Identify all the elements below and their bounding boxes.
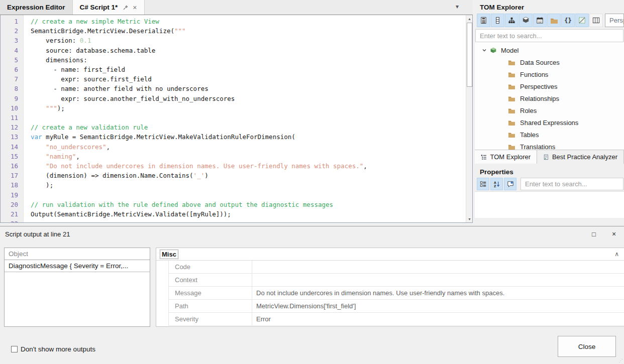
tree-item-relationships[interactable]: Relationships — [475, 92, 624, 104]
toggle-hidden-objects-button[interactable] — [575, 14, 589, 27]
toggle-column-view-button[interactable] — [589, 14, 603, 27]
line-number: 16 — [1, 161, 23, 171]
tree-item-functions[interactable]: Functions — [475, 68, 624, 80]
chevron-down-icon[interactable] — [480, 48, 489, 53]
resize-grip[interactable]: ⋰ — [618, 358, 622, 362]
line-number: 19 — [1, 190, 23, 200]
property-row-message[interactable]: MessageDo not include undercores in dime… — [169, 287, 624, 300]
code-line[interactable]: dimensions: — [31, 55, 466, 65]
tree-item-label: Shared Expressions — [520, 119, 578, 127]
checkbox[interactable] — [11, 346, 18, 352]
code-line[interactable]: expr: source.another_field_with_no_under… — [31, 94, 466, 103]
code-text[interactable]: // create a new simple Metric ViewSemant… — [24, 15, 466, 222]
tree-item-roles[interactable]: Roles — [475, 104, 624, 116]
code-line[interactable] — [31, 190, 466, 200]
property-row-severity[interactable]: SeverityError — [169, 313, 624, 326]
categorize-button[interactable] — [477, 178, 489, 190]
object-list[interactable]: Object DiagnosticMessage { Severity = Er… — [4, 248, 150, 327]
property-group-header[interactable]: Misc ∧ — [156, 248, 624, 261]
folder-icon — [507, 119, 516, 126]
property-value[interactable] — [252, 261, 624, 273]
tab-csharp-script[interactable]: C# Script 1* × — [73, 0, 145, 15]
line-number: 11 — [1, 113, 23, 123]
property-value[interactable] — [252, 274, 624, 286]
code-line[interactable]: "naming", — [31, 152, 466, 161]
collapse-icon[interactable]: ∧ — [614, 251, 619, 258]
close-tab-icon[interactable]: × — [133, 4, 137, 12]
scroll-down-icon[interactable]: ▼ — [466, 215, 473, 222]
code-line[interactable]: SemanticBridge.MetricView.Deserialize(""… — [31, 26, 466, 36]
tree-item-label: Tables — [520, 131, 539, 139]
tree-item-model[interactable]: Model — [475, 44, 624, 56]
close-button[interactable]: Close — [558, 336, 616, 357]
editor-vertical-scrollbar[interactable]: ▲ ▼ — [466, 15, 472, 222]
svg-text:i: i — [511, 181, 512, 184]
code-line[interactable]: - name: another field with no underscore… — [31, 84, 466, 93]
code-line[interactable]: source: database.schema.table — [31, 46, 466, 55]
property-value[interactable]: Error — [252, 313, 624, 325]
tree-item-data-sources[interactable]: Data Sources — [475, 56, 624, 68]
scroll-up-icon[interactable]: ▲ — [466, 15, 473, 22]
line-number: 6 — [1, 65, 23, 74]
properties-search-box — [521, 178, 623, 190]
code-line[interactable]: - name: first_field — [31, 65, 466, 74]
code-editor[interactable]: 12345678910111213141516171819202122 // c… — [0, 15, 473, 223]
scrollbar-thumb[interactable] — [467, 23, 472, 87]
property-row-path[interactable]: PathMetricView.Dimensions['first_field'] — [169, 300, 624, 313]
toggle-columns-button[interactable] — [491, 14, 504, 27]
code-line[interactable]: Output(SemanticBridge.MetricView.Validat… — [31, 209, 466, 219]
properties-content — [475, 191, 624, 218]
categorized-icon — [480, 181, 487, 188]
dialog-titlebar[interactable]: Script output at line 21 □ × — [0, 226, 624, 241]
toggle-calendars-button[interactable]: 12 — [533, 14, 547, 27]
close-window-icon[interactable]: × — [604, 227, 624, 241]
folder-icon — [507, 59, 516, 66]
code-line[interactable]: // run validation with the rule defined … — [31, 200, 466, 209]
code-line[interactable] — [31, 113, 466, 123]
code-line[interactable]: // create a new validation rule — [31, 123, 466, 132]
toggle-display-folders-button[interactable] — [547, 14, 561, 27]
tree-item-shared-expressions[interactable]: Shared Expressions — [475, 116, 624, 129]
code-line[interactable]: "no_underscores", — [31, 142, 466, 152]
code-line[interactable]: "Do not include undercores in dimension … — [31, 161, 466, 171]
dock-tab-tom-explorer[interactable]: TOM Explorer — [475, 150, 537, 164]
properties-search-input[interactable] — [521, 178, 623, 190]
property-value[interactable]: Do not include undercores in dimension n… — [252, 287, 624, 299]
tree-item-label: Functions — [520, 71, 548, 78]
code-line[interactable]: ); — [31, 180, 466, 190]
tom-explorer-title: TOM Explorer — [475, 0, 624, 14]
tab-list-dropdown-icon[interactable]: ▾ — [456, 3, 459, 10]
tree-item-translations[interactable]: Translations — [475, 141, 624, 150]
code-line[interactable] — [31, 219, 466, 222]
sort-alphabetical-button[interactable]: AZ — [490, 178, 503, 190]
line-number: 1 — [1, 17, 23, 26]
code-line[interactable]: version: 0.1 — [31, 36, 466, 45]
property-row-context[interactable]: Context — [169, 274, 624, 287]
diagnostic-property-grid: Misc ∧ CodeContextMessageDo not include … — [156, 248, 624, 327]
toggle-json-button[interactable]: {} — [561, 14, 575, 27]
code-line[interactable]: expr: source.first_field — [31, 74, 466, 84]
columns-icon — [592, 17, 600, 24]
toggle-kpis-button[interactable] — [519, 14, 533, 27]
tree-item-perspectives[interactable]: Perspectives — [475, 80, 624, 92]
property-info-button[interactable]: i — [504, 178, 516, 190]
tom-search-input[interactable] — [476, 30, 623, 42]
property-value[interactable]: MetricView.Dimensions['first_field'] — [252, 300, 624, 312]
perspective-select[interactable]: Perspe. — [605, 14, 624, 27]
property-row-code[interactable]: Code — [169, 261, 624, 274]
line-number: 20 — [1, 200, 23, 209]
tree-item-tables[interactable]: Tables — [475, 129, 624, 141]
code-line[interactable]: // create a new simple Metric View — [31, 17, 466, 26]
pin-icon[interactable] — [123, 5, 129, 11]
toggle-hierarchies-button[interactable] — [505, 14, 518, 27]
dont-show-checkbox-row[interactable]: Don't show more outputs — [11, 345, 95, 353]
toggle-measures-button[interactable] — [477, 14, 490, 27]
code-line[interactable]: var myRule = SemanticBridge.MetricView.M… — [31, 132, 466, 142]
code-line[interactable]: (dimension) => dimension.Name.Contains('… — [31, 171, 466, 180]
tab-expression-editor[interactable]: Expression Editor — [0, 0, 73, 15]
model-cube-icon — [489, 47, 498, 54]
object-list-item[interactable]: DiagnosticMessage { Severity = Error,... — [5, 260, 150, 272]
dock-tab-best-practice-analyzer[interactable]: Best Practice Analyzer — [537, 150, 624, 164]
code-line[interactable]: """); — [31, 103, 466, 113]
maximize-icon[interactable]: □ — [584, 227, 604, 241]
